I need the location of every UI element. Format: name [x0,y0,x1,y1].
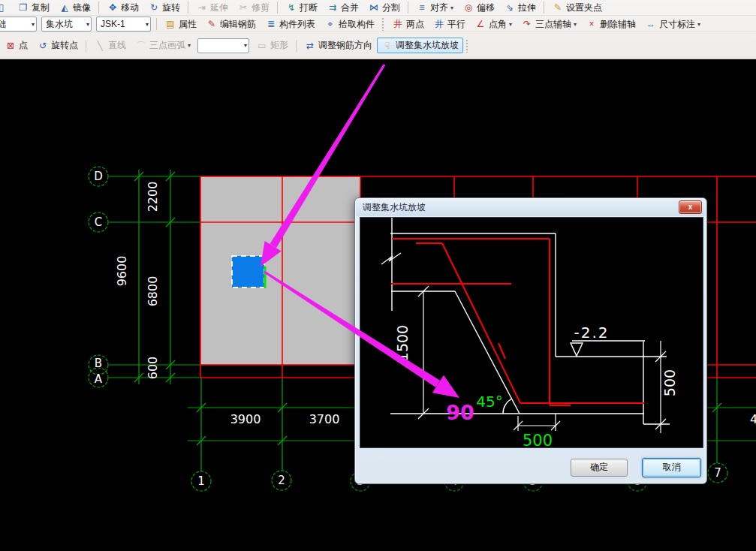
stretch-button[interactable]: ⇘拉伸 [499,0,541,16]
section-rebar-lines [391,239,644,405]
split-icon: ⋈ [368,2,380,13]
mirror-icon: ◭ [59,2,71,13]
split-label: 分割 [382,2,400,14]
dimension-icon: ↔ [645,19,657,29]
copy-button[interactable]: ❐复制 [13,0,54,16]
dim-6800: 6800 [146,276,160,307]
trim-icon: ✂ [237,2,249,13]
axis-label-a: A [95,372,103,386]
toolbar-separator [296,40,297,52]
clipped-tool-icon[interactable]: ◧ [0,1,13,14]
point-angle-label: 点角 [489,18,507,31]
three-point-arc-icon: ⌒ [135,41,147,51]
rotate-point-button[interactable]: ↺旋转点 [32,38,83,53]
sump-pit-selected[interactable] [232,256,264,288]
toolbar-separator [544,2,544,14]
properties-label: 属性 [179,18,197,31]
chevron-down-icon: ▾ [450,5,453,11]
align-label: 对齐 [430,2,448,14]
break-button[interactable]: ↯打断 [281,0,322,16]
axis-label-1: 1 [197,474,205,488]
copy-icon: ❐ [17,2,29,13]
point-angle-icon: ∠ [474,19,486,29]
move-button[interactable]: ✥移动 [102,0,143,16]
break-icon: ↯ [285,2,297,13]
three-point-aux-axis-icon: ↷ [521,19,533,29]
element-name-combobox[interactable]: JSK-1▾ [96,17,151,32]
toolbar-drag-handle[interactable] [381,17,385,31]
toolbar-separator [277,2,278,14]
move-label: 移动 [121,2,139,14]
adjust-pit-slope-dialog[interactable]: 调整集水坑放坡 x [354,197,707,484]
delete-aux-axis-icon: × [586,19,598,29]
offset-button[interactable]: ◎偏移 [458,0,499,16]
chevron-down-icon: ▾ [32,21,35,28]
dialog-title: 调整集水坑放坡 [363,201,426,214]
rectangle-label: 矩形 [270,39,288,52]
pick-element-button[interactable]: ⌖拾取构件 [320,17,379,32]
point-angle-button[interactable]: ∠点角▾ [470,17,517,32]
break-label: 打断 [300,2,318,14]
chevron-down-icon: ▾ [697,21,700,28]
toolbar-drag-handle [465,39,469,53]
rotate-button[interactable]: ↻旋转 [143,0,185,16]
element-type-value: 集水坑 [46,18,73,31]
delete-aux-axis-label: 删除辅轴 [600,18,636,31]
cancel-button[interactable]: 取消 [642,458,701,477]
rectangle-button: ▭矩形 [251,38,293,53]
rectangle-icon: ▭ [256,41,268,51]
parallel-axis-label: 平行 [447,18,465,31]
dimension-button[interactable]: ↔尺寸标注▾ [640,17,705,32]
toolbar-separator [408,2,408,14]
dialog-button-row: 确定 取消 [355,448,706,483]
chevron-down-icon: ▾ [509,21,512,28]
axis-label-b: B [95,357,102,370]
rotate-icon: ↻ [148,2,160,13]
two-point-axis-button[interactable]: 井两点 [387,17,429,32]
parallel-axis-button[interactable]: 井平行 [429,17,470,32]
three-point-aux-axis-button[interactable]: ↷三点辅轴▾ [517,17,581,32]
line-label: 直线 [108,39,126,52]
set-grip-button[interactable]: ✎设置夹点 [547,0,607,16]
align-button[interactable]: ≡对齐▾ [411,0,458,16]
delete-aux-axis-button[interactable]: ×删除辅轴 [581,17,640,32]
adjust-pit-slope-button[interactable]: ☟调整集水坑放坡 [377,38,463,53]
mirror-button[interactable]: ◭镜像 [54,0,95,16]
element-list-button[interactable]: ≣构件列表 [261,17,320,32]
align-icon: ≡ [416,2,428,13]
axis-label-7: 7 [714,466,721,480]
axis-label-d: D [94,170,103,183]
category-combobox[interactable]: 础▾ [0,17,37,32]
properties-button[interactable]: ▤属性 [160,17,201,32]
set-grip-icon: ✎ [552,2,564,13]
close-icon[interactable]: x [679,200,702,214]
two-point-axis-icon: 井 [392,19,404,29]
mirror-label: 镜像 [73,2,91,14]
line-button: ╲直线 [89,38,131,53]
section-dim-bottom: 500 [523,432,553,447]
merge-button[interactable]: ⇉合并 [322,0,363,16]
adjust-rebar-direction-button[interactable]: ⇄调整钢筋方向 [300,38,377,53]
element-name-value: JSK-1 [101,19,125,29]
split-button[interactable]: ⋈分割 [363,0,405,16]
dialog-section-canvas[interactable]: 1500 -2.2 500 45° 500 90 [360,217,703,448]
edit-rebar-button[interactable]: ✎编辑钢筋 [201,17,261,32]
copy-label: 复制 [32,2,50,14]
element-type-combobox[interactable]: 集水坑▾ [41,17,92,32]
rotate-label: 旋转 [162,2,180,14]
slab-region[interactable] [200,176,360,365]
dim-600: 600 [146,357,160,380]
pick-element-icon: ⌖ [324,19,336,29]
dim-partial-right: 4 [750,412,756,426]
line-icon: ╲ [94,41,106,51]
point-button[interactable]: ⊠点 [0,38,32,53]
adjust-rebar-direction-label: 调整钢筋方向 [318,39,372,52]
stretch-icon: ⇘ [504,2,516,13]
toolbar-row-draw: ⊠点 ↺旋转点 ╲直线 ⌒三点画弧▾ ▾ ▭矩形 ⇄调整钢筋方向 ☟调整集水坑放… [0,32,756,59]
clipped-icon: ◧ [0,2,6,13]
arc-style-combobox[interactable]: ▾ [197,38,249,53]
ok-button[interactable]: 确定 [571,459,628,477]
axis-label-2: 2 [278,474,285,487]
three-point-arc-label: 三点画弧 [149,39,185,52]
element-list-icon: ≣ [265,19,277,29]
